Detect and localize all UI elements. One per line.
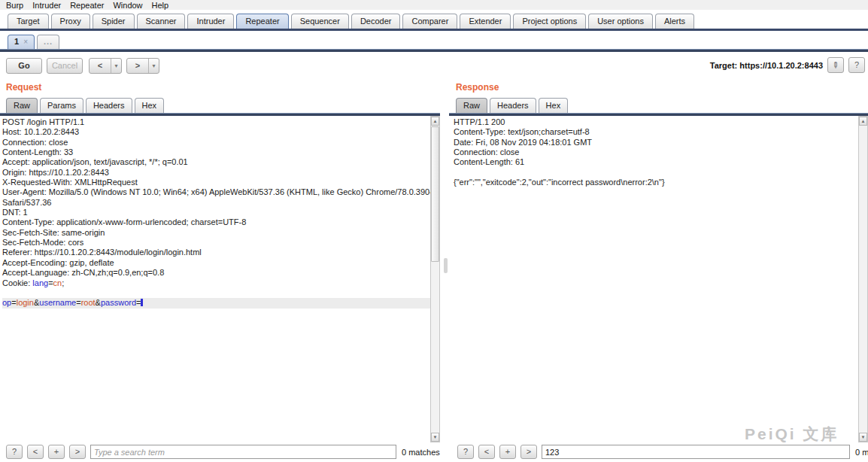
scroll-up-icon[interactable]: ▲ xyxy=(859,117,867,126)
request-line: Content-Type: application/x-www-form-url… xyxy=(2,217,430,227)
search-add-button[interactable]: + xyxy=(48,445,65,459)
search-help-button[interactable]: ? xyxy=(6,445,23,459)
close-tab-icon[interactable]: × xyxy=(23,38,28,46)
tab-scanner[interactable]: Scanner xyxy=(137,14,186,29)
request-line: Host: 10.1.20.2:8443 xyxy=(2,127,430,137)
repeater-toolbar: Go Cancel < ▾ > ▾ Target: https://10.1.2… xyxy=(0,55,868,78)
request-line: Sec-Fetch-Site: same-origin xyxy=(2,228,430,238)
tab-project-options[interactable]: Project options xyxy=(513,14,586,29)
cookie-value: cn xyxy=(53,278,62,287)
go-button[interactable]: Go xyxy=(6,58,42,74)
response-search-input[interactable] xyxy=(542,445,850,459)
menu-intruder[interactable]: Intruder xyxy=(28,1,65,10)
request-editor-tabs: Raw Params Headers Hex xyxy=(6,96,164,113)
tab-decoder[interactable]: Decoder xyxy=(351,14,401,29)
search-add-button[interactable]: + xyxy=(499,445,516,459)
response-line: HTTP/1.1 200 xyxy=(454,117,857,127)
response-search-matches: 0 matches xyxy=(855,448,868,457)
tab-comparer[interactable]: Comparer xyxy=(402,14,457,29)
edit-target-button[interactable]: ✏ xyxy=(827,57,844,73)
request-panel-title: Request xyxy=(6,82,41,93)
menu-window[interactable]: Window xyxy=(108,1,147,10)
response-body-line: {"err":"","exitcode":2,"out":"incorrect … xyxy=(454,178,857,187)
request-search-bar: ? < + > 0 matches xyxy=(0,442,440,462)
request-tab-headers[interactable]: Headers xyxy=(86,98,132,113)
response-tab-raw[interactable]: Raw xyxy=(456,98,487,113)
repeater-tab-separator-dark xyxy=(0,50,868,52)
response-scrollbar[interactable]: ▲ ▼ xyxy=(858,116,868,442)
request-search-matches: 0 matches xyxy=(402,448,440,457)
search-next-button[interactable]: > xyxy=(520,445,537,459)
repeater-tab-1[interactable]: 1× xyxy=(8,35,35,49)
search-help-button[interactable]: ? xyxy=(457,445,474,459)
tab-alerts[interactable]: Alerts xyxy=(655,14,694,29)
response-tab-headers[interactable]: Headers xyxy=(490,98,536,113)
response-blank-line xyxy=(454,168,857,178)
request-line: Accept-Language: zh-CN,zh;q=0.9,en;q=0.8 xyxy=(2,268,430,278)
chevron-down-icon[interactable]: ▾ xyxy=(148,59,159,73)
tab-target[interactable]: Target xyxy=(8,14,49,29)
chevron-down-icon[interactable]: ▾ xyxy=(111,59,121,73)
param-name: password xyxy=(101,298,136,307)
response-editor[interactable]: HTTP/1.1 200 Content-Type: text/json;cha… xyxy=(449,116,857,441)
response-editor-tabs: Raw Headers Hex xyxy=(456,96,568,113)
request-editor[interactable]: POST /login HTTP/1.1 Host: 10.1.20.2:844… xyxy=(0,116,430,441)
target-label: Target: https://10.1.20.2:8443 xyxy=(710,61,823,70)
next-request-button[interactable]: > ▾ xyxy=(126,58,159,74)
response-line: Date: Fri, 08 Nov 2019 04:18:01 GMT xyxy=(454,138,857,147)
scroll-up-icon[interactable]: ▲ xyxy=(431,117,439,126)
request-tab-hex[interactable]: Hex xyxy=(135,98,165,113)
scroll-down-icon[interactable]: ▼ xyxy=(431,433,439,442)
request-cookie-line: Cookie: lang=cn; xyxy=(2,278,430,288)
request-line: Connection: close xyxy=(2,138,430,147)
tab-intruder[interactable]: Intruder xyxy=(187,14,234,29)
panel-splitter[interactable] xyxy=(444,258,448,273)
param-value: login xyxy=(17,298,34,307)
repeater-tab-more[interactable]: ... xyxy=(37,35,59,49)
response-line: Content-Length: 61 xyxy=(454,157,857,167)
response-panel-title: Response xyxy=(456,82,499,93)
tab-extender[interactable]: Extender xyxy=(460,14,511,29)
request-line: POST /login HTTP/1.1 xyxy=(2,117,430,127)
request-line: Accept-Encoding: gzip, deflate xyxy=(2,258,430,268)
request-line: User-Agent: Mozilla/5.0 (Windows NT 10.0… xyxy=(2,187,430,197)
tab-spider[interactable]: Spider xyxy=(93,14,135,29)
tab-sequencer[interactable]: Sequencer xyxy=(291,14,349,29)
next-arrow-icon: > xyxy=(127,59,148,73)
menu-burp[interactable]: Burp xyxy=(2,1,28,10)
tab-user-options[interactable]: User options xyxy=(588,14,653,29)
request-line: Content-Length: 33 xyxy=(2,147,430,157)
request-search-input[interactable] xyxy=(90,445,396,459)
request-body-line[interactable]: op=login&username=root&password= xyxy=(2,298,430,308)
scroll-down-icon[interactable]: ▼ xyxy=(859,433,867,442)
prev-arrow-icon: < xyxy=(90,59,111,73)
request-tab-params[interactable]: Params xyxy=(40,98,83,113)
prev-request-button[interactable]: < ▾ xyxy=(89,58,122,74)
tab-proxy[interactable]: Proxy xyxy=(51,14,90,29)
request-scrollbar-thumb[interactable] xyxy=(431,126,439,262)
request-line: Sec-Fetch-Mode: cors xyxy=(2,238,430,248)
menu-bar: Burp Intruder Repeater Window Help xyxy=(0,0,868,10)
response-line: Content-Type: text/json;charset=utf-8 xyxy=(454,127,857,137)
request-tab-raw[interactable]: Raw xyxy=(6,98,38,113)
cookie-name: lang xyxy=(32,278,48,287)
repeater-help-button[interactable]: ? xyxy=(848,57,865,73)
menu-repeater[interactable]: Repeater xyxy=(65,1,108,10)
request-line: Origin: https://10.1.20.2:8443 xyxy=(2,168,430,178)
tab-repeater[interactable]: Repeater xyxy=(236,14,288,29)
request-line: Referer: https://10.1.20.2:8443/module/l… xyxy=(2,248,430,257)
response-search-bar: ? < + > 0 matches xyxy=(449,442,868,462)
param-value: root xyxy=(81,298,96,307)
menu-help[interactable]: Help xyxy=(147,1,174,10)
response-tab-hex[interactable]: Hex xyxy=(539,98,569,113)
request-line: X-Requested-With: XMLHttpRequest xyxy=(2,178,430,187)
search-next-button[interactable]: > xyxy=(69,445,86,459)
search-prev-button[interactable]: < xyxy=(27,445,44,459)
request-line: Accept: application/json, text/javascrip… xyxy=(2,157,430,167)
repeater-tab-bar: 1× ... xyxy=(0,31,868,49)
request-scrollbar[interactable]: ▲ ▼ xyxy=(430,116,440,442)
param-name: op xyxy=(2,298,11,307)
search-prev-button[interactable]: < xyxy=(478,445,495,459)
main-tab-bar: Target Proxy Spider Scanner Intruder Rep… xyxy=(0,10,868,29)
cancel-button: Cancel xyxy=(47,58,83,74)
